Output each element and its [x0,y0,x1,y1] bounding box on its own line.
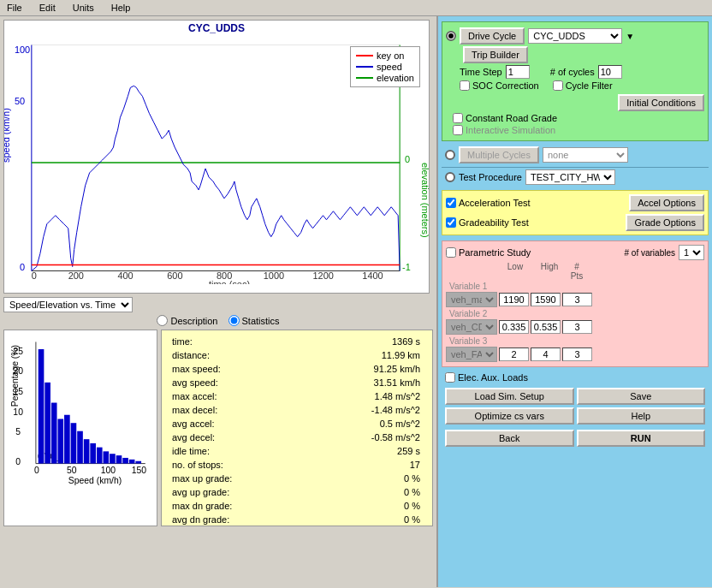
var1-select[interactable]: veh_mass [446,292,497,307]
low-header: Low [499,262,531,281]
svg-rect-51 [122,458,128,464]
cycle-filter-checkbox[interactable] [553,80,563,91]
svg-rect-45 [84,439,90,463]
load-sim-setup-button[interactable]: Load Sim. Setup [445,388,574,405]
num-variables-dropdown[interactable]: 1 [679,245,704,260]
elec-aux-loads-label[interactable]: Elec. Aux. Loads [445,372,528,383]
var3-high-input[interactable] [531,347,561,361]
test-procedure-radio[interactable] [445,172,455,182]
description-radio-label[interactable]: Description [157,315,217,326]
var3-section-label: Variable 3 [446,336,704,346]
drive-cycle-dropdown[interactable]: CYC_UDDS [528,28,622,44]
parametric-study-label[interactable]: Parametric Study [446,247,531,258]
menubar: File Edit Units Help [0,0,712,16]
svg-text:50: 50 [67,466,77,475]
multiple-cycles-radio[interactable] [445,150,455,160]
description-radio[interactable] [157,315,168,326]
drive-cycle-radio[interactable] [446,31,456,41]
stat-avg-speed: 31.51 km/h [308,377,424,389]
svg-text:600: 600 [167,270,182,281]
num-variables-label: # of variables [625,248,675,258]
run-button[interactable]: RUN [577,430,706,447]
interactive-simulation-checkbox[interactable] [453,125,463,135]
back-button[interactable]: Back [445,430,574,447]
svg-text:0: 0 [32,270,37,281]
test-procedure-dropdown[interactable]: TEST_CITY_HWY [525,169,615,185]
initial-conditions-button[interactable]: Initial Conditions [618,94,704,111]
stat-max-speed: 91.25 km/h [308,363,424,375]
var1-low-input[interactable] [499,293,529,306]
stat-avg-accel: 0.5 m/s^2 [308,418,424,430]
accel-options-button[interactable]: Accel Options [629,194,704,211]
var3-pts-input[interactable] [562,347,592,361]
var3-low-input[interactable] [499,347,529,361]
gradeability-test-label[interactable]: Gradeability Test [446,217,529,228]
stat-idle-time: 259 s [308,445,424,457]
var2-select[interactable]: veh_CD [446,319,497,335]
parametric-study-checkbox[interactable] [446,247,456,258]
elec-aux-loads-checkbox[interactable] [445,372,455,383]
menu-help[interactable]: Help [108,2,134,14]
grade-options-button[interactable]: Grade Options [626,214,704,231]
acceleration-test-checkbox[interactable] [446,198,456,208]
save-button[interactable]: Save [577,388,706,405]
drive-cycle-button[interactable]: Drive Cycle [460,27,525,45]
num-cycles-input[interactable] [598,65,622,79]
num-cycles-label: # of cycles [550,67,595,77]
cycle-filter-label[interactable]: Cycle Filter [553,80,613,91]
var1-pts-input[interactable] [562,293,592,306]
left-panel: CYC_UDDS 100 50 0 1 0 -1 0 200 400 600 8… [0,16,436,587]
svg-rect-40 [51,403,57,464]
statistics-radio[interactable] [228,315,240,326]
chart-area: CYC_UDDS 100 50 0 1 0 -1 0 200 400 600 8… [3,20,430,294]
multiple-cycles-button[interactable]: Multiple Cycles [459,146,539,163]
constant-road-grade-checkbox[interactable] [453,113,463,123]
help-button[interactable]: Help [577,407,706,425]
svg-text:-1: -1 [402,262,411,272]
menu-edit[interactable]: Edit [36,2,59,14]
svg-text:10: 10 [13,407,23,417]
legend-speed: speed [377,62,402,72]
stat-max-decel: -1.48 m/s^2 [308,404,424,416]
legend-elevation-line [356,77,373,79]
svg-text:elevation (meters): elevation (meters) [420,163,429,238]
svg-text:0: 0 [405,154,410,164]
svg-text:speed (km/h): speed (km/h) [4,108,11,163]
histogram-svg: 25 20 15 10 5 0 0 50 100 150 Percentage … [8,334,153,488]
optimize-cs-vars-button[interactable]: Optimize cs vars [445,407,574,425]
svg-rect-46 [90,443,96,464]
soc-correction-label[interactable]: SOC Correction [460,80,539,91]
high-header: High [533,262,566,281]
acceleration-test-label[interactable]: Acceleration Test [446,198,531,208]
menu-file[interactable]: File [3,2,26,14]
gradeability-test-checkbox[interactable] [446,217,456,228]
var2-low-input[interactable] [499,320,529,334]
soc-correction-checkbox[interactable] [460,80,470,91]
statistics-label: Statistics [242,316,280,326]
svg-rect-14 [32,45,400,271]
svg-text:1200: 1200 [313,270,334,281]
view-dropdown[interactable]: Speed/Elevation vs. Time [3,297,133,312]
trip-builder-button[interactable]: Trip Builder [463,46,528,63]
svg-rect-38 [39,349,44,464]
svg-rect-49 [110,454,116,463]
var3-select[interactable]: veh_FA [446,347,497,362]
multiple-cycles-dropdown[interactable]: none [543,147,628,163]
var2-high-input[interactable] [531,320,561,334]
variable2-row: veh_CD [446,319,704,335]
var1-high-input[interactable] [531,293,561,306]
svg-rect-41 [57,419,63,463]
statistics-radio-label[interactable]: Statistics [228,315,280,326]
interactive-simulation-label[interactable]: Interactive Simulation [453,125,555,135]
stat-avg-up-grade: 0 % [308,486,424,498]
parametric-section: Parametric Study # of variables 1 Low Hi… [442,241,709,367]
stat-distance: 11.99 km [308,349,424,361]
svg-rect-44 [77,431,83,464]
svg-text:150: 150 [132,466,147,475]
time-step-input[interactable] [506,65,530,79]
view-radio-group: Description Statistics [3,315,433,326]
menu-units[interactable]: Units [69,2,98,14]
constant-road-grade-label[interactable]: Constant Road Grade [453,113,557,123]
svg-text:0: 0 [20,262,25,272]
var2-pts-input[interactable] [562,320,592,334]
